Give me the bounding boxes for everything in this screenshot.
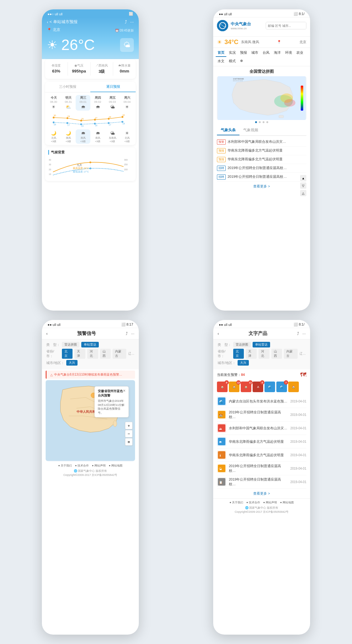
- phone3-footer-sitemap[interactable]: ● 网站地图: [109, 464, 123, 468]
- phone2-dot-2[interactable]: [259, 121, 261, 123]
- phone4-item-4[interactable]: 🌡 华南东北降雨偏多北方气温起伏明显 2019-04-01: [217, 448, 306, 462]
- phone3-footer-declaration[interactable]: ● 网站声明: [92, 464, 106, 468]
- phone2-search-input[interactable]: [266, 22, 306, 29]
- phone3-province-tianjin[interactable]: 天津: [74, 349, 85, 359]
- phone2-news-tag-2: 预报: [217, 157, 226, 162]
- phone2-scroll-up[interactable]: ▲: [300, 175, 306, 181]
- phone4-item-0[interactable]: 🌊 内蒙古自治区包头市发布洪水蓝色预… 2019-04-01: [217, 395, 306, 408]
- phone4-province-hebei[interactable]: 河北: [259, 349, 269, 359]
- phone3-map-layers[interactable]: ≡: [125, 438, 133, 446]
- phone2-nav-env[interactable]: 环境: [283, 49, 294, 57]
- phone2-nav-hydro[interactable]: 水文: [216, 57, 226, 65]
- phone4-wi-4-icon: 🌊: [268, 386, 271, 388]
- svg-text:30: 30: [54, 114, 56, 117]
- phone1-stat-rain: 🌧降水量 0mm: [113, 62, 136, 76]
- phone4-wi-6-icon: 🏠: [292, 386, 295, 388]
- phone1-tab-daily[interactable]: 逐日预报: [90, 82, 136, 92]
- phone3-popup-close[interactable]: ✕: [123, 389, 125, 398]
- phone1-status-bar: ●●○ ull ull ⬜: [42, 9, 139, 17]
- phone4-type-radar[interactable]: 雷达拼图: [233, 342, 251, 347]
- phone4-footer-about[interactable]: ● 关于我们: [229, 501, 243, 505]
- phone2-nav-live[interactable]: 实况: [227, 49, 238, 57]
- phone4-city-daxing[interactable]: 大兴: [238, 360, 249, 366]
- phone4-item-3[interactable]: 🌧 华南东北降雨偏多北方气温起伏明显 2019-04-01: [217, 435, 306, 448]
- phone2-news-item-3[interactable]: 招聘 2019年公开招聘全日制普通应届高校…: [217, 164, 306, 173]
- phone4-footer-sitemap[interactable]: ● 网站地图: [280, 501, 294, 505]
- phone2-nav-forecast[interactable]: 预报: [238, 49, 249, 57]
- phone4-more-icon[interactable]: ···: [302, 331, 306, 336]
- phone4-item-5[interactable]: 🌤 2019年公开招聘全日制普通应届高校… 2019-04-01: [217, 462, 306, 475]
- phone1-wind-label: ↗西南风: [91, 63, 113, 68]
- phone4-item-1[interactable]: 🏫 2019年公开招聘全日制普通应届高校… 2019-04-01: [217, 408, 306, 422]
- phone4-footer: ● 关于我们 ● 技术合作 ● 网站声明 ● 网站地图 🌐 国家气象中心 版权所…: [213, 498, 310, 515]
- phone3-zoom-out[interactable]: −: [125, 430, 133, 437]
- phone3-type-single[interactable]: 单站雷达: [81, 342, 99, 347]
- phone4-item-6[interactable]: 📋 2019年公开招聘全日制普通应届高校… 2019-04-01: [217, 475, 306, 489]
- phone3-city-daxing[interactable]: 大兴: [66, 360, 78, 366]
- phone3-back-button[interactable]: ‹: [46, 331, 48, 336]
- phone1-back-button[interactable]: ‹ < 单站城市预报: [47, 19, 78, 25]
- phone4-footer-tech[interactable]: ● 技术合作: [246, 501, 260, 505]
- phone2-dot-3[interactable]: [263, 121, 264, 123]
- phone2-search-box[interactable]: 🔍: [266, 22, 306, 29]
- phone4-wi-3-count: 5: [260, 380, 264, 385]
- phone4-copyright: Copyright©2009-2017 京ICP备05055842号: [213, 510, 310, 514]
- phone2-scroll-top[interactable]: △: [300, 190, 306, 196]
- phone1-temp-row: ☀ 26°C 🌤: [47, 36, 134, 53]
- phone3-footer-tech[interactable]: ● 技术合作: [75, 464, 89, 468]
- phone2-nav-agri[interactable]: 农业: [294, 49, 305, 57]
- phone2-nav-typhoon[interactable]: 台风: [261, 49, 271, 57]
- phone2-news-item-0[interactable]: 预警 水利部和中国气象局联合发布山洪灾…: [217, 138, 306, 147]
- phone3-province-neimenggu[interactable]: 内蒙古: [113, 349, 126, 359]
- phone3-copyright: Copyright©2009-2017 京ICP备05055842号: [42, 473, 139, 477]
- phone3-province-shanxi[interactable]: 山西: [100, 349, 111, 359]
- phone1-stat-humidity: ♻湿度 63%: [45, 62, 68, 76]
- phone3-zoom-in[interactable]: +: [125, 422, 133, 429]
- phone3-type-radar[interactable]: 雷达拼图: [62, 342, 79, 347]
- phone2-nav-ocean[interactable]: 海洋: [272, 49, 283, 57]
- svg-text:🌧: 🌧: [219, 440, 222, 444]
- phone3-footer-about[interactable]: ● 关于我们: [58, 464, 72, 468]
- phone2-more-button[interactable]: 查看更多 >: [217, 182, 306, 191]
- phone4-province-beijing[interactable]: 北京: [233, 349, 244, 359]
- phone4-filter-province: 省份/市： 北京 天津 河北 山西 内蒙古 辽…: [218, 349, 306, 359]
- phone2-nav-more[interactable]: ⊕: [238, 57, 245, 65]
- phone3-more-icon[interactable]: ···: [131, 331, 134, 336]
- phone3-map[interactable]: 中华人民共和国 安徽省宿州市蓝色台风预警 ✕ 宿州市气象台2019年08月12日…: [46, 380, 135, 461]
- phone2-news-text-3: 2019年公开招聘全日制普通应届高校…: [228, 166, 287, 170]
- phone4-province-tianjin[interactable]: 天津: [246, 349, 257, 359]
- phone3-share-icon[interactable]: ⤴: [126, 331, 128, 336]
- phone2-tab-headline[interactable]: 气象头条: [217, 126, 239, 135]
- phone1-share-icon[interactable]: ⤴: [125, 19, 127, 24]
- phone2-nav-model[interactable]: 模式: [227, 57, 238, 65]
- phone2-news-item-4[interactable]: 招聘 2019年公开招聘全日制普通应届高校…: [217, 173, 306, 182]
- phone1-more-icon[interactable]: ···: [130, 19, 134, 24]
- phone4-province-shanxi[interactable]: 山西: [271, 349, 282, 359]
- phone2-news-item-1[interactable]: 预报 华南东北降雨偏多北方气温起伏明显: [217, 147, 306, 155]
- phone2-tab-video[interactable]: 气象视频: [239, 126, 262, 135]
- phone2-news-item-2[interactable]: 预报 华南东北降雨偏多北方气温起伏明显: [217, 155, 306, 164]
- phone3-province-hebei[interactable]: 河北: [87, 349, 98, 359]
- phone4-more-button[interactable]: 查看更多 >: [213, 489, 310, 498]
- phone2-dot-4[interactable]: [266, 121, 268, 123]
- phone4-back-button[interactable]: ‹: [218, 331, 219, 336]
- phone1-tab-3hour[interactable]: 三小时预报: [45, 82, 90, 92]
- phone2-nav-city[interactable]: 城市: [249, 49, 260, 57]
- phone2-nav-home[interactable]: 首页: [216, 49, 226, 57]
- phone4-status-right: ⬜ 8:1/: [294, 322, 304, 327]
- phone4-wi-0-icon: 🏠: [221, 386, 224, 388]
- phone4-type-single[interactable]: 单站雷达: [253, 342, 270, 347]
- phone3-popup-title: 安徽省宿州市蓝色台风预警 ✕: [98, 389, 125, 398]
- phone4-item-2[interactable]: ⛰ 水利部和中国气象局联合发布山洪灾… 2019-04-01: [217, 422, 306, 435]
- phone1-day-3: 周四 09.02 🌧: [90, 95, 105, 111]
- phone1-humidity-value: 63%: [45, 69, 68, 73]
- phone2-dot-1[interactable]: [255, 121, 257, 123]
- phone4-share-icon[interactable]: ⤴: [297, 331, 299, 336]
- phone1-day-2: 周三 09.01 🌧: [76, 95, 90, 111]
- phone1-rain-value: 0mm: [113, 69, 136, 73]
- phone4-warning-count: 当前发生预警：84: [217, 372, 245, 377]
- phone3-province-beijing[interactable]: 北京: [62, 349, 73, 359]
- phone2-scroll-down[interactable]: ▽: [300, 182, 306, 189]
- phone4-footer-declaration[interactable]: ● 网站声明: [263, 501, 277, 505]
- phone4-province-neimenggu[interactable]: 内蒙古: [284, 349, 298, 359]
